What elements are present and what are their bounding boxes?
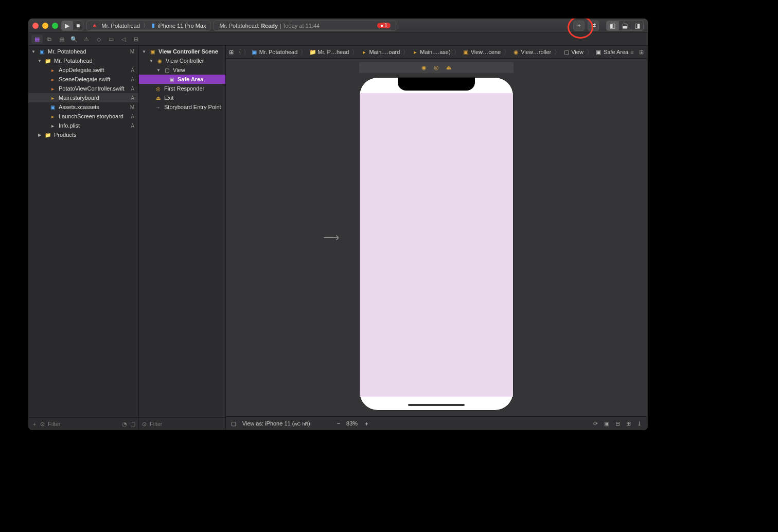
inspector-panel: ▭ ◔ ? ▤ ⬇ ▥ ⊝ Not Applicable	[647, 46, 648, 430]
storyboard-file-icon: ▸	[49, 94, 56, 101]
swift-file-icon: ▸	[49, 66, 56, 74]
storyboard-icon: ▸	[361, 49, 367, 56]
scm-badge: A	[131, 67, 134, 73]
breadcrumb-item[interactable]: 📁Mr. P…head	[309, 49, 349, 56]
adjust-editor-button[interactable]: ≡	[630, 49, 633, 56]
scheme-selector[interactable]: 🔺 Mr. Potatohead 〉 ▮ iPhone 11 Pro Max	[86, 21, 210, 31]
outline-toggle-button[interactable]: ▢	[231, 420, 236, 427]
add-button[interactable]: ＋	[31, 420, 37, 428]
minimize-window-button[interactable]	[42, 23, 48, 29]
viewcontroller-icon: ◉	[156, 57, 163, 64]
inspector-content: Not Applicable	[647, 59, 648, 430]
issue-navigator-tab[interactable]: ⚠	[81, 34, 92, 44]
zoom-out-button[interactable]: −	[337, 420, 340, 427]
plist-file-icon: ▸	[49, 122, 56, 129]
view-icon: ▢	[563, 49, 570, 56]
file-row[interactable]: ▣ Assets.xcassets M	[28, 102, 138, 112]
forward-button[interactable]: 〉	[243, 48, 249, 56]
file-row[interactable]: ▸ AppDelegate.swift A	[28, 65, 138, 75]
safe-area-view[interactable]	[360, 93, 513, 397]
storyboard-file-icon: ▸	[49, 113, 56, 120]
folder-icon: 📁	[44, 131, 51, 138]
scheme-device: iPhone 11 Pro Max	[158, 23, 206, 29]
products-row[interactable]: ▶ 📁 Products	[28, 130, 138, 139]
file-row[interactable]: ▸ PotatoViewController.swift A	[28, 84, 138, 93]
find-navigator-tab[interactable]: 🔍	[68, 34, 80, 44]
activity-view[interactable]: Mr. Potatohead: Ready | Today at 11:44 ●…	[214, 21, 396, 31]
status-text: Mr. Potatohead: Ready | Today at 11:44	[219, 23, 320, 29]
align-button[interactable]: ⊟	[615, 420, 620, 427]
test-navigator-tab[interactable]: ◇	[93, 34, 104, 44]
report-navigator-tab[interactable]: ⊟	[130, 34, 142, 44]
scm-filter-button[interactable]: ▢	[130, 421, 135, 428]
first-responder-row[interactable]: ◎ First Responder	[139, 84, 225, 93]
navigator-filter-input[interactable]	[48, 421, 119, 427]
stop-button[interactable]: ■	[73, 21, 83, 30]
outline-filter-input[interactable]	[150, 421, 222, 427]
file-row[interactable]: ▸ LaunchScreen.storyboard A	[28, 112, 138, 121]
canvas-bottom-bar: ▢ View as: iPhone 11 (wC hR) − 83% ＋ ⟳ ▣…	[226, 416, 647, 430]
breadcrumb-item[interactable]: ▣Mr. Potatohead	[251, 49, 298, 56]
source-control-navigator-tab[interactable]: ⧉	[44, 34, 55, 44]
storyboard-icon: ▸	[412, 49, 418, 56]
error-badge[interactable]: ● 1	[377, 23, 391, 28]
zoom-window-button[interactable]	[52, 23, 58, 29]
view-row[interactable]: ▼ ▢ View	[139, 65, 225, 75]
products-label: Products	[54, 132, 76, 138]
project-icon: ▣	[38, 48, 45, 55]
recent-filter-button[interactable]: ◔	[122, 421, 127, 428]
breadcrumb-item[interactable]: ▸Main.…ase)	[412, 49, 450, 56]
swift-file-icon: ▸	[49, 76, 56, 83]
breakpoint-navigator-tab[interactable]: ◁	[118, 34, 129, 44]
navigator-tabbar: ▦ ⧉ ▤ 🔍 ⚠ ◇ ▭ ◁ ⊟	[28, 33, 648, 46]
view-icon: ▢	[163, 66, 170, 74]
file-row[interactable]: ▸ Info.plist A	[28, 121, 138, 130]
viewcontroller-row[interactable]: ▼ ◉ View Controller	[139, 56, 225, 65]
breadcrumb-item[interactable]: ▣View…cene	[463, 49, 501, 56]
entry-point-row[interactable]: → Storyboard Entry Point	[139, 102, 225, 112]
breadcrumb-item[interactable]: ◉View…roller	[512, 49, 551, 56]
group-row[interactable]: ▼ 📁 Mr. Potatohead	[28, 56, 138, 65]
safe-area-row-selected[interactable]: ▣ Safe Area	[139, 75, 225, 84]
canvas-viewport[interactable]: ◉ ◎ ⏏ ⟶	[226, 59, 647, 416]
zoom-in-button[interactable]: ＋	[364, 420, 369, 428]
group-label: Mr. Potatohead	[54, 58, 93, 64]
view-as-button[interactable]: View as: iPhone 11 (wC hR)	[242, 420, 310, 427]
file-row[interactable]: ▸ SceneDelegate.swift A	[28, 75, 138, 84]
project-navigator-tab[interactable]: ▦	[31, 34, 43, 44]
scene-icon: ▣	[463, 49, 469, 56]
file-row-selected[interactable]: ▸ Main.storyboard A	[28, 93, 138, 102]
toggle-debug-button[interactable]: ⬓	[619, 21, 631, 30]
close-window-button[interactable]	[32, 23, 39, 29]
home-indicator	[408, 404, 465, 406]
toggle-inspector-button[interactable]: ◨	[631, 21, 643, 30]
back-button[interactable]: 〈	[236, 48, 241, 56]
update-frames-button[interactable]: ⟳	[593, 420, 598, 427]
document-outline: ▼ ▣ View Controller Scene ▼ ◉ View Contr…	[139, 46, 226, 430]
run-button[interactable]: ▶	[62, 21, 73, 30]
device-frame[interactable]	[359, 77, 514, 411]
traffic-lights	[32, 23, 58, 29]
project-root-row[interactable]: ▼ ▣ Mr. Potatohead M	[28, 47, 138, 56]
symbol-navigator-tab[interactable]: ▤	[56, 34, 67, 44]
exit-row[interactable]: ⏏ Exit	[139, 93, 225, 102]
breadcrumb-item[interactable]: ▣Safe Area	[595, 49, 628, 56]
safe-area-label: Safe Area	[178, 76, 203, 82]
embed-button[interactable]: ▣	[604, 420, 609, 427]
pin-button[interactable]: ⊞	[626, 420, 631, 427]
toggle-navigator-button[interactable]: ◧	[607, 21, 619, 30]
resolve-button[interactable]: ⤓	[637, 420, 642, 427]
entry-point-arrow-icon[interactable]: ⟶	[323, 231, 340, 244]
zoom-level[interactable]: 83%	[346, 420, 358, 427]
scm-badge: A	[131, 123, 134, 129]
project-navigator: ▼ ▣ Mr. Potatohead M ▼ 📁 Mr. Potatohead …	[28, 46, 139, 430]
file-inspector-tab[interactable]: ▭	[647, 48, 648, 56]
breadcrumb-item[interactable]: ▸Main.…oard	[361, 49, 400, 56]
scene-row[interactable]: ▼ ▣ View Controller Scene	[139, 47, 225, 56]
breadcrumb-item[interactable]: ▢View	[563, 49, 584, 56]
add-editor-button[interactable]: ⊞	[639, 49, 644, 56]
code-review-button[interactable]: ⇄	[588, 21, 599, 31]
debug-navigator-tab[interactable]: ▭	[105, 34, 117, 44]
related-items-button[interactable]: ⊞	[229, 49, 234, 56]
library-button[interactable]: ＋	[573, 21, 585, 31]
